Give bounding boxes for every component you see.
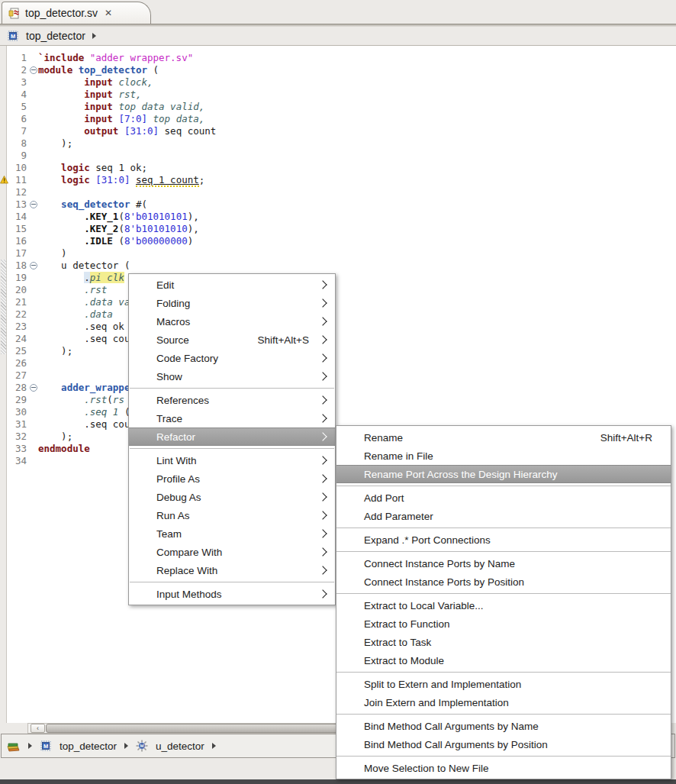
editor-tab[interactable]: top_detector.sv ✕ <box>2 2 151 24</box>
menu-item-rename-port-across-the-design-hierarchy[interactable]: Rename Port Across the Design Hierarchy <box>336 465 671 483</box>
code-line-13[interactable]: 13 seq_detector #( <box>7 198 216 211</box>
menu-item-extract-to-local-variable[interactable]: Extract to Local Variable... <box>336 596 671 615</box>
code-text[interactable]: input clock, <box>38 76 153 89</box>
code-line-9[interactable]: 9 <box>7 150 216 162</box>
menu-item-extract-to-task[interactable]: Extract to Task <box>336 633 671 651</box>
code-line-3[interactable]: 3 input clock, <box>7 76 216 89</box>
scroll-left-button[interactable]: ‹ <box>31 724 45 733</box>
menu-item-bind-method-call-arguments-by-position[interactable]: Bind Method Call Arguments by Position <box>336 735 671 753</box>
code-line-11[interactable]: 11 logic [31:0] seq 1 count; <box>7 174 216 186</box>
breadcrumb-arrow-icon[interactable] <box>28 743 32 749</box>
code-line-2[interactable]: 2module top_detector ( <box>7 64 216 76</box>
code-text[interactable]: .data va <box>38 296 130 308</box>
breadcrumb-instance[interactable]: u_detector <box>156 740 204 752</box>
menu-item-add-parameter[interactable]: Add Parameter <box>336 507 671 525</box>
menu-item-team[interactable]: Team <box>129 524 335 543</box>
code-text[interactable]: .rst <box>38 284 107 296</box>
code-text[interactable]: ) <box>38 247 67 260</box>
code-text[interactable]: logic [31:0] seq 1 count; <box>38 174 204 186</box>
menu-item-label: Extract to Function <box>364 618 663 630</box>
menu-item-extract-to-module[interactable]: Extract to Module <box>336 651 671 669</box>
code-line-12[interactable]: 12 <box>7 186 216 198</box>
menu-item-rename-in-file[interactable]: Rename in File <box>336 447 671 465</box>
code-text[interactable]: logic seq 1 ok; <box>38 162 147 174</box>
code-line-6[interactable]: 6 input [7:0] top data, <box>7 113 216 125</box>
menu-item-add-port[interactable]: Add Port <box>336 489 671 507</box>
code-text[interactable]: .seq ok <box>38 321 124 333</box>
code-line-8[interactable]: 8 ); <box>7 137 216 150</box>
code-text[interactable]: .data <box>38 308 113 321</box>
breadcrumb-module[interactable]: top_detector <box>60 740 117 752</box>
code-line-1[interactable]: 1`include "adder wrapper.sv" <box>7 52 216 64</box>
annotation-ruler[interactable] <box>0 46 7 723</box>
token-par: .KEY_1 <box>84 211 118 222</box>
collapse-icon[interactable] <box>30 201 37 208</box>
code-text[interactable]: .seq cou <box>38 418 130 431</box>
menu-item-run-as[interactable]: Run As <box>129 506 335 524</box>
collapse-icon[interactable] <box>30 262 37 269</box>
breadcrumb-arrow-icon[interactable] <box>124 743 128 749</box>
code-line-15[interactable]: 15 .KEY_2(8'b10101010), <box>7 223 216 235</box>
breadcrumb-arrow-icon[interactable] <box>92 33 96 39</box>
menu-item-move-selection-to-new-file[interactable]: Move Selection to New File <box>336 759 671 777</box>
menu-item-lint-with[interactable]: Lint With <box>129 451 335 469</box>
code-text[interactable]: endmodule <box>38 443 90 455</box>
code-line-14[interactable]: 14 .KEY_1(8'b01010101), <box>7 211 216 223</box>
code-line-10[interactable]: 10 logic seq 1 ok; <box>7 162 216 174</box>
collapse-icon[interactable] <box>30 66 37 74</box>
tab-close-icon[interactable]: ✕ <box>105 8 112 18</box>
code-text[interactable]: input rst, <box>38 89 142 101</box>
code-text[interactable]: adder_wrappe <box>38 382 130 394</box>
code-text[interactable]: module top_detector ( <box>38 64 159 76</box>
code-text[interactable]: u detector ( <box>38 260 130 272</box>
menu-item-source[interactable]: SourceShift+Alt+S <box>129 331 335 349</box>
menu-item-connect-instance-ports-by-position[interactable]: Connect Instance Ports by Position <box>336 573 671 591</box>
menu-item-rename[interactable]: RenameShift+Alt+R <box>336 428 671 447</box>
code-line-16[interactable]: 16 .IDLE (8'b00000000) <box>7 235 216 247</box>
code-text[interactable]: .rst(rs <box>38 394 124 406</box>
code-text[interactable]: input top data valid, <box>38 101 204 113</box>
menu-item-profile-as[interactable]: Profile As <box>129 469 335 488</box>
code-text[interactable]: seq_detector #( <box>38 198 147 211</box>
menu-item-join-extern-and-implementation[interactable]: Join Extern and Implementation <box>336 693 671 711</box>
code-text[interactable]: .KEY_2(8'b10101010), <box>38 223 199 235</box>
code-line-17[interactable]: 17 ) <box>7 247 216 260</box>
menu-item-refactor[interactable]: Refactor <box>129 427 335 446</box>
code-line-4[interactable]: 4 input rst, <box>7 89 216 101</box>
code-text[interactable]: .seq 1 ( <box>38 406 130 418</box>
token-kw: output <box>84 125 118 137</box>
code-text[interactable]: .KEY_1(8'b01010101), <box>38 211 199 223</box>
menu-item-debug-as[interactable]: Debug As <box>129 488 335 506</box>
menu-item-split-to-extern-and-implementation[interactable]: Split to Extern and Implementation <box>336 675 671 693</box>
collapse-icon[interactable] <box>30 384 37 392</box>
code-text[interactable]: input [7:0] top data, <box>38 113 204 125</box>
menu-item-references[interactable]: References <box>129 391 335 409</box>
menu-item-extract-to-function[interactable]: Extract to Function <box>336 615 671 633</box>
code-text[interactable]: ); <box>38 345 72 357</box>
breadcrumb-module[interactable]: top_detector <box>26 30 85 42</box>
menu-item-connect-instance-ports-by-name[interactable]: Connect Instance Ports by Name <box>336 554 671 573</box>
code-text[interactable]: .IDLE (8'b00000000) <box>38 235 193 247</box>
menu-item-folding[interactable]: Folding <box>129 294 335 312</box>
menu-item-trace[interactable]: Trace <box>129 409 335 427</box>
menu-item-compare-with[interactable]: Compare With <box>129 543 335 561</box>
menu-item-replace-with[interactable]: Replace With <box>129 561 335 579</box>
code-line-5[interactable]: 5 input top data valid, <box>7 101 216 113</box>
code-line-7[interactable]: 7 output [31:0] seq count <box>7 125 216 137</box>
menu-item-code-factory[interactable]: Code Factory <box>129 349 335 367</box>
code-text[interactable]: ); <box>38 137 72 150</box>
library-books-icon[interactable] <box>7 740 21 752</box>
code-text[interactable]: .pi clk <box>38 272 124 284</box>
code-text[interactable]: output [31:0] seq count <box>38 125 216 137</box>
code-text[interactable]: `include "adder wrapper.sv" <box>38 52 193 64</box>
menu-item-bind-method-call-arguments-by-name[interactable]: Bind Method Call Arguments by Name <box>336 717 671 735</box>
breadcrumb-arrow-icon[interactable] <box>212 743 216 749</box>
menu-item-input-methods[interactable]: Input Methods <box>129 585 335 603</box>
code-text[interactable]: .seq cou <box>38 333 130 345</box>
menu-item-expand-port-connections[interactable]: Expand .* Port Connections <box>336 531 671 549</box>
code-text[interactable]: ); <box>38 431 72 443</box>
menu-item-show[interactable]: Show <box>129 367 335 386</box>
code-line-18[interactable]: 18 u detector ( <box>7 260 216 272</box>
menu-item-edit[interactable]: Edit <box>129 276 335 294</box>
menu-item-macros[interactable]: Macros <box>129 312 335 331</box>
